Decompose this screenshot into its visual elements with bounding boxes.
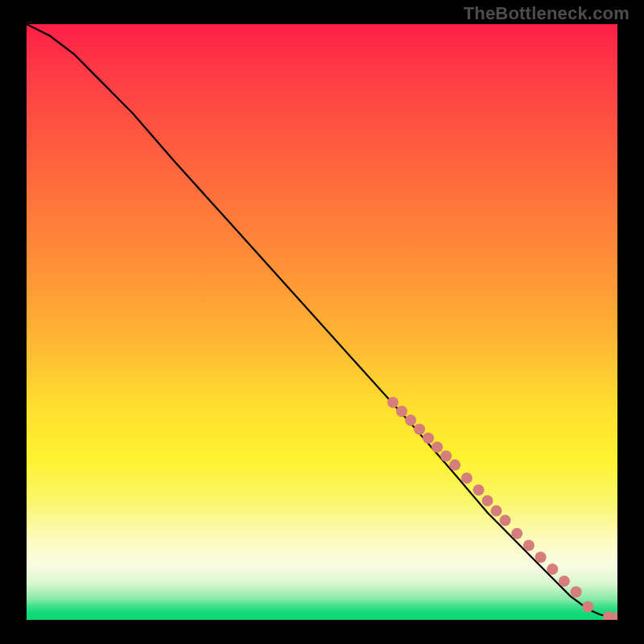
highlight-dot [449, 460, 460, 471]
highlight-dot [482, 495, 493, 506]
highlight-dot [423, 432, 434, 444]
highlight-dot [559, 576, 570, 587]
highlight-dot [405, 415, 416, 426]
plot-area [27, 24, 617, 620]
highlight-dot [571, 586, 582, 597]
highlight-dot [547, 564, 558, 575]
highlight-dots-group [387, 397, 617, 620]
highlight-dot [440, 451, 452, 462]
highlight-dot [511, 528, 522, 539]
highlight-dot [396, 406, 407, 417]
highlight-dot [582, 601, 593, 613]
highlight-dot [500, 514, 511, 526]
chart-svg [27, 24, 617, 620]
highlight-dot [523, 540, 535, 551]
bottleneck-curve [27, 24, 617, 617]
highlight-dot [461, 473, 473, 484]
watermark-label: TheBottleneck.com [464, 3, 630, 24]
highlight-dot [387, 397, 398, 408]
chart-frame: TheBottleneck.com [0, 0, 644, 644]
highlight-dot [414, 423, 425, 435]
highlight-dot [491, 506, 502, 517]
highlight-dot [431, 441, 443, 452]
highlight-dot [473, 485, 485, 496]
highlight-dot [535, 551, 547, 563]
